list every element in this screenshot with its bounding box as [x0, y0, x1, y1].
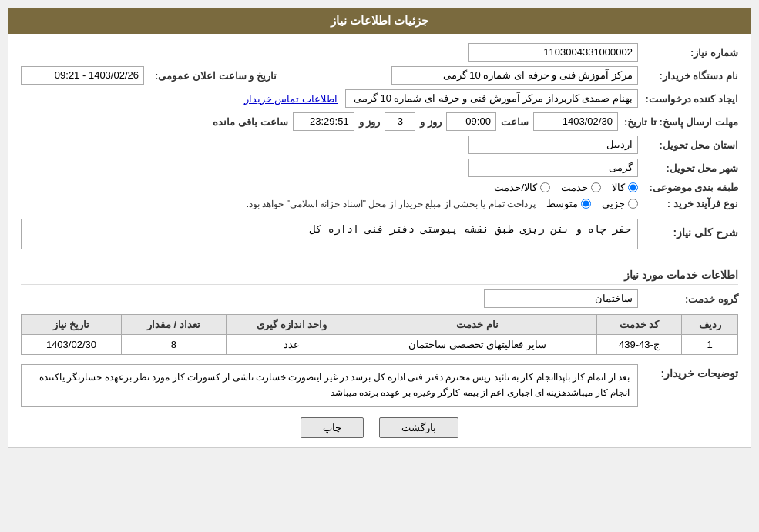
- table-cell-quantity: 8: [121, 335, 226, 355]
- purchase-mota-radio[interactable]: [581, 199, 591, 209]
- category-khedmat-radio[interactable]: [591, 182, 601, 192]
- purchase-jozi-radio[interactable]: [628, 199, 638, 209]
- need-number-row: شماره نیاز: 1103004331000002: [21, 43, 738, 62]
- col-row: ردیف: [682, 315, 738, 335]
- deadline-label: مهلت ارسال پاسخ: تا تاریخ:: [618, 116, 738, 128]
- category-radio-group: کالا خدمت کالا/خدمت: [494, 182, 638, 193]
- purchase-mota-item: متوسط: [546, 198, 591, 209]
- button-row: بازگشت چاپ: [21, 417, 738, 438]
- deadline-days: 3: [385, 112, 415, 131]
- back-button[interactable]: بازگشت: [379, 417, 458, 438]
- services-section-title: اطلاعات خدمات مورد نیاز: [21, 269, 738, 285]
- print-button[interactable]: چاپ: [301, 417, 364, 438]
- col-name: نام خدمت: [358, 315, 596, 335]
- service-group-row: گروه خدمت: ساختمان: [21, 289, 738, 308]
- org-date-row: نام دستگاه خریدار: مرکز آموزش فنی و حرفه…: [21, 66, 738, 85]
- purchase-note: پرداخت تمام یا بخشی از مبلغ خریدار از مح…: [247, 199, 536, 209]
- province-label: استان محل تحویل:: [638, 139, 738, 151]
- creator-label: ایجاد کننده درخواست:: [638, 93, 738, 105]
- category-both-radio[interactable]: [540, 182, 550, 192]
- deadline-remaining-label: ساعت باقی مانده: [213, 116, 287, 128]
- purchase-jozi-label: جزیی: [602, 198, 625, 209]
- buyer-notes-row: توضیحات خریدار: بعد از اتمام کار باپداان…: [21, 360, 738, 407]
- org-name-value: مرکز آموزش فنی و حرفه ای شماره 10 گرمی: [391, 66, 638, 85]
- col-code: کد خدمت: [596, 315, 682, 335]
- need-desc-label: شرح کلی نیاز:: [638, 226, 738, 242]
- category-khedmat-item: خدمت: [561, 182, 601, 193]
- deadline-time: 09:00: [446, 112, 496, 131]
- need-number-value: 1103004331000002: [468, 43, 638, 62]
- table-cell-code: ج-43-439: [596, 335, 682, 355]
- page-wrapper: جزئیات اطلاعات نیاز شماره نیاز: 11030043…: [0, 0, 759, 532]
- purchase-radio-group: جزیی متوسط: [546, 198, 638, 209]
- purchase-mota-label: متوسط: [546, 198, 578, 209]
- table-row: 1ج-43-439سایر فعالیتهای تخصصی ساختمانعدد…: [22, 335, 738, 355]
- creator-link[interactable]: اطلاعات تماس خریدار: [244, 93, 338, 105]
- table-cell-unit: عدد: [226, 335, 358, 355]
- table-cell-row: 1: [682, 335, 738, 355]
- need-number-label: شماره نیاز:: [638, 47, 738, 59]
- need-desc-row: شرح کلی نیاز:: [21, 219, 738, 252]
- category-kala-label: کالا: [612, 182, 625, 193]
- city-label: شهر محل تحویل:: [638, 162, 738, 174]
- deadline-days-label: روز و: [420, 116, 442, 128]
- col-qty: تعداد / مقدار: [121, 315, 226, 335]
- service-group-label: گروه خدمت:: [638, 293, 738, 305]
- purchase-jozi-item: جزیی: [602, 198, 638, 209]
- deadline-row: مهلت ارسال پاسخ: تا تاریخ: 1403/02/30 سا…: [21, 112, 738, 131]
- date-value: 1403/02/26 - 09:21: [21, 66, 144, 85]
- buyer-notes-label: توضیحات خریدار:: [638, 367, 738, 383]
- category-label: طبقه بندی موضوعی:: [638, 182, 738, 193]
- city-value: گرمی: [468, 159, 638, 177]
- services-table-section: ردیف کد خدمت نام خدمت واحد اندازه گیری ت…: [21, 314, 738, 355]
- deadline-remaining: 23:29:51: [293, 112, 354, 131]
- org-name-label: نام دستگاه خریدار:: [638, 70, 738, 82]
- province-value: اردبیل: [468, 136, 638, 154]
- category-both-label: کالا/خدمت: [494, 182, 537, 193]
- buyer-notes-value: بعد از اتمام کار باپداانجام کار به تائید…: [21, 364, 638, 407]
- table-cell-date: 1403/02/30: [22, 335, 122, 355]
- services-table: ردیف کد خدمت نام خدمت واحد اندازه گیری ت…: [21, 314, 738, 355]
- deadline-date: 1403/02/30: [533, 112, 618, 131]
- purchase-type-label: نوع فرآیند خرید :: [638, 198, 738, 209]
- table-cell-name: سایر فعالیتهای تخصصی ساختمان: [358, 335, 596, 355]
- category-row: طبقه بندی موضوعی: کالا خدمت کالا/خدمت: [21, 182, 738, 193]
- main-card: شماره نیاز: 1103004331000002 نام دستگاه …: [8, 34, 751, 448]
- province-row: استان محل تحویل: اردبیل: [21, 136, 738, 154]
- col-date: تاریخ نیاز: [22, 315, 122, 335]
- date-label: تاریخ و ساعت اعلان عمومی:: [149, 70, 277, 82]
- category-kala-item: کالا: [612, 182, 638, 193]
- need-desc-textarea[interactable]: [21, 219, 638, 249]
- category-kala-radio[interactable]: [628, 182, 638, 192]
- creator-row: ایجاد کننده درخواست: بهنام صمدی کاربرداز…: [21, 89, 738, 108]
- deadline-remaining-box-label: روز و: [359, 116, 381, 128]
- category-both-item: کالا/خدمت: [494, 182, 550, 193]
- category-khedmat-label: خدمت: [561, 182, 588, 193]
- city-row: شهر محل تحویل: گرمی: [21, 159, 738, 177]
- col-unit: واحد اندازه گیری: [226, 315, 358, 335]
- service-group-value: ساختمان: [484, 289, 638, 308]
- page-title: جزئیات اطلاعات نیاز: [8, 8, 751, 34]
- purchase-type-row: نوع فرآیند خرید : جزیی متوسط پرداخت تمام…: [21, 198, 738, 209]
- creator-value: بهنام صمدی کاربرداز مرکز آموزش فنی و حرف…: [345, 89, 638, 108]
- deadline-time-label: ساعت: [501, 116, 529, 128]
